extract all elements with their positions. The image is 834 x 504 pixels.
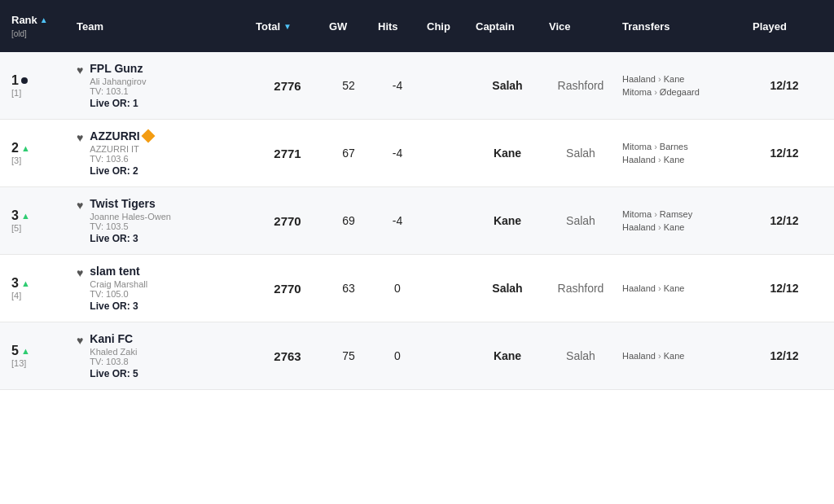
team-name: Twist Tigers [90, 197, 171, 210]
rank-value: 1 [11, 73, 19, 88]
hits-cell: 0 [373, 349, 422, 362]
team-cell: ♥ AZZURRI AZZURRI IT TV: 103.6 Live OR: … [72, 129, 251, 177]
rank-dot-icon [21, 77, 28, 84]
hits-cell: -4 [373, 79, 422, 92]
vice-cell: Salah [544, 349, 617, 362]
played-cell: 12/12 [748, 147, 821, 160]
rank-sort-arrow: ▲ [40, 15, 48, 24]
team-manager: Craig Marshall [90, 279, 147, 289]
team-name: Kani FC [90, 332, 138, 345]
team-info: Twist Tigers Joanne Hales-Owen TV: 103.5… [90, 197, 171, 244]
captain-cell: Salah [471, 282, 544, 295]
team-manager: AZZURRI IT [90, 144, 152, 154]
team-name: AZZURRI [90, 129, 152, 142]
rank-value: 2 [11, 141, 19, 156]
rank-old-label: [old] [11, 29, 27, 38]
captain-cell: Kane [471, 214, 544, 227]
captain-cell: Salah [471, 79, 544, 92]
transfer-line1: Haaland › Kane [622, 351, 684, 361]
transfers-cell: Haaland › Kane [617, 282, 748, 296]
rank-number: 3 ▲ [11, 276, 30, 291]
rank-up-icon: ▲ [21, 346, 30, 356]
total-cell: 2771 [251, 147, 324, 160]
team-cell: ♥ Twist Tigers Joanne Hales-Owen TV: 103… [72, 197, 251, 244]
vice-header: Vice [544, 20, 617, 33]
transfer-line1: Mitoma › Ramsey [622, 209, 692, 219]
rank-up-icon: ▲ [21, 211, 30, 221]
rank-cell: 5 ▲ [13] [7, 344, 72, 368]
table-row: 3 ▲ [5] ♥ Twist Tigers Joanne Hales-Owen… [0, 187, 834, 255]
total-header[interactable]: Total ▼ [251, 20, 324, 33]
team-manager: Khaled Zaki [90, 347, 138, 357]
team-tv: TV: 103.5 [90, 221, 171, 231]
rank-prev: [5] [11, 223, 21, 233]
table-body: 1 [1] ♥ FPL Gunz Ali Jahangirov TV: 103.… [0, 52, 834, 390]
vice-cell: Salah [544, 214, 617, 227]
rank-prev: [1] [11, 88, 21, 98]
gw-cell: 67 [324, 147, 373, 160]
rank-header[interactable]: Rank ▲ [old] [7, 14, 72, 38]
played-cell: 12/12 [748, 79, 821, 92]
team-header: Team [72, 20, 251, 33]
team-name: FPL Gunz [90, 62, 146, 75]
transfers-cell: Haaland › KaneMitoma › Ødegaard [617, 72, 748, 99]
favorite-icon[interactable]: ♥ [77, 334, 83, 347]
team-live-or: Live OR: 1 [90, 98, 146, 109]
transfers-cell: Mitoma › RamseyHaaland › Kane [617, 208, 748, 234]
team-name: slam tent [90, 265, 147, 278]
played-header: Played [748, 20, 821, 33]
captain-header: Captain [471, 20, 544, 33]
gw-header: GW [324, 20, 373, 33]
rank-header-label: Rank [11, 14, 37, 26]
table-header: Rank ▲ [old] Team Total ▼ GW Hits Chip C… [0, 0, 834, 52]
rank-up-icon: ▲ [21, 143, 30, 153]
rank-value: 3 [11, 208, 19, 223]
played-cell: 12/12 [748, 282, 821, 295]
transfers-cell: Haaland › Kane [617, 349, 748, 363]
transfer-line1: Haaland › Kane [622, 283, 684, 293]
rank-value: 3 [11, 276, 19, 291]
favorite-icon[interactable]: ♥ [77, 266, 83, 279]
transfers-header: Transfers [617, 20, 748, 33]
hits-cell: 0 [373, 282, 422, 295]
played-cell: 12/12 [748, 214, 821, 227]
team-cell: ♥ FPL Gunz Ali Jahangirov TV: 103.1 Live… [72, 62, 251, 109]
rank-number: 1 [11, 73, 28, 88]
rank-cell: 3 ▲ [5] [7, 208, 72, 233]
rank-number: 2 ▲ [11, 141, 30, 156]
team-info: slam tent Craig Marshall TV: 105.0 Live … [90, 265, 147, 312]
transfer-line2: Mitoma › Ødegaard [622, 87, 700, 97]
played-cell: 12/12 [748, 349, 821, 362]
rank-prev: [4] [11, 291, 21, 300]
rank-cell: 3 ▲ [4] [7, 276, 72, 300]
team-manager: Ali Jahangirov [90, 77, 146, 86]
favorite-icon[interactable]: ♥ [77, 64, 83, 77]
table-row: 1 [1] ♥ FPL Gunz Ali Jahangirov TV: 103.… [0, 52, 834, 120]
team-tv: TV: 103.6 [90, 154, 152, 164]
team-live-or: Live OR: 3 [90, 233, 171, 244]
rank-cell: 1 [1] [7, 73, 72, 98]
hits-header: Hits [373, 20, 422, 33]
total-cell: 2770 [251, 214, 324, 228]
hits-cell: -4 [373, 214, 422, 227]
transfer-line2: Haaland › Kane [622, 155, 684, 164]
favorite-icon[interactable]: ♥ [77, 199, 83, 212]
total-sort-arrow: ▼ [283, 22, 292, 31]
table-row: 3 ▲ [4] ♥ slam tent Craig Marshall TV: 1… [0, 255, 834, 322]
transfers-cell: Mitoma › BarnesHaaland › Kane [617, 140, 748, 167]
vice-cell: Rashford [544, 79, 617, 92]
team-cell: ♥ slam tent Craig Marshall TV: 105.0 Liv… [72, 265, 251, 312]
team-live-or: Live OR: 2 [90, 165, 152, 177]
gw-cell: 52 [324, 79, 373, 92]
favorite-icon[interactable]: ♥ [77, 131, 83, 144]
chip-header: Chip [422, 20, 471, 33]
total-cell: 2763 [251, 349, 324, 363]
transfer-line1: Haaland › Kane [622, 74, 684, 84]
league-table: Rank ▲ [old] Team Total ▼ GW Hits Chip C… [0, 0, 834, 390]
rank-number: 5 ▲ [11, 344, 30, 358]
vice-cell: Rashford [544, 282, 617, 295]
rank-prev: [3] [11, 156, 21, 165]
team-info: FPL Gunz Ali Jahangirov TV: 103.1 Live O… [90, 62, 146, 109]
team-live-or: Live OR: 3 [90, 300, 147, 312]
vice-cell: Salah [544, 147, 617, 160]
